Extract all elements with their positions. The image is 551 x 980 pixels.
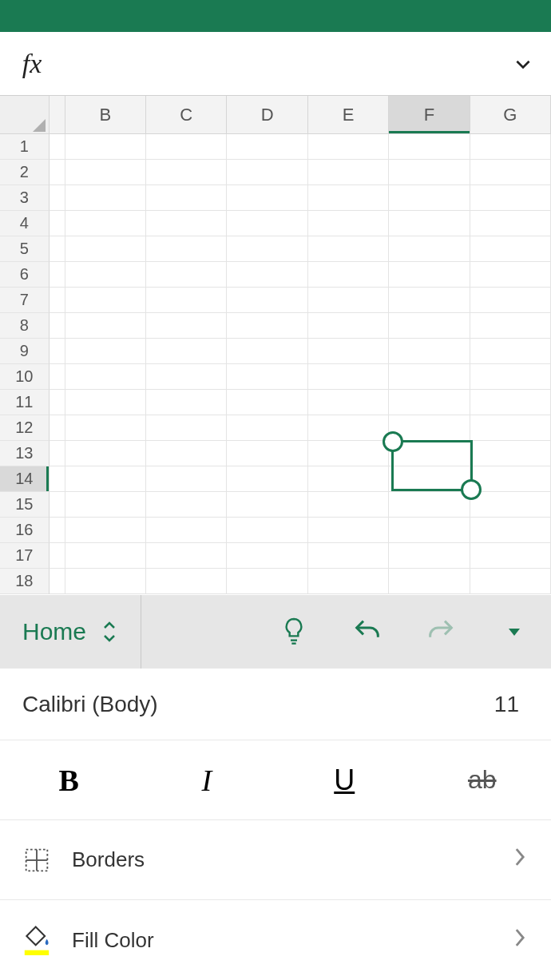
cell[interactable]: [308, 313, 389, 339]
cell[interactable]: [65, 339, 146, 364]
cell[interactable]: [308, 415, 389, 441]
cell[interactable]: [308, 134, 389, 160]
cell[interactable]: [308, 236, 389, 262]
cell[interactable]: [308, 288, 389, 313]
column-header-c[interactable]: C: [146, 96, 227, 134]
cell[interactable]: [65, 211, 146, 236]
cell[interactable]: [470, 364, 551, 390]
column-header-d[interactable]: D: [227, 96, 307, 134]
row-header-10[interactable]: 10: [0, 364, 50, 390]
cell[interactable]: [65, 466, 146, 492]
row-header-9[interactable]: 9: [0, 339, 50, 364]
cell[interactable]: [146, 160, 227, 185]
cell[interactable]: [308, 211, 389, 236]
cell[interactable]: [389, 492, 470, 518]
cell[interactable]: [146, 543, 227, 569]
column-header-e[interactable]: E: [308, 96, 389, 134]
row-header-7[interactable]: 7: [0, 288, 50, 313]
cell[interactable]: [227, 441, 307, 466]
cell[interactable]: [65, 441, 146, 466]
cell[interactable]: [389, 313, 470, 339]
cell[interactable]: [389, 390, 470, 415]
cell[interactable]: [308, 466, 389, 492]
cell[interactable]: [308, 518, 389, 543]
cell[interactable]: [227, 364, 307, 390]
cell[interactable]: [470, 543, 551, 569]
cell[interactable]: [65, 415, 146, 441]
cell[interactable]: [50, 364, 65, 390]
bold-button[interactable]: B: [0, 740, 138, 819]
row-header-15[interactable]: 15: [0, 492, 50, 518]
cell[interactable]: [146, 339, 227, 364]
cell[interactable]: [470, 339, 551, 364]
cell[interactable]: [227, 185, 307, 211]
cell[interactable]: [227, 288, 307, 313]
cell[interactable]: [50, 543, 65, 569]
cell[interactable]: [146, 518, 227, 543]
cell[interactable]: [227, 134, 307, 160]
cell[interactable]: [308, 441, 389, 466]
row-header-14[interactable]: 14: [0, 466, 50, 492]
cell[interactable]: [308, 160, 389, 185]
cell[interactable]: [65, 288, 146, 313]
cell[interactable]: [227, 518, 307, 543]
row-header-12[interactable]: 12: [0, 415, 50, 441]
cell[interactable]: [146, 211, 227, 236]
cell[interactable]: [50, 390, 65, 415]
cell[interactable]: [227, 492, 307, 518]
row-header-1[interactable]: 1: [0, 134, 50, 160]
column-header-f[interactable]: F: [389, 96, 470, 134]
cell[interactable]: [308, 390, 389, 415]
cell[interactable]: [470, 466, 551, 492]
cell[interactable]: [308, 543, 389, 569]
cell[interactable]: [470, 211, 551, 236]
cell[interactable]: [389, 160, 470, 185]
cell[interactable]: [65, 262, 146, 288]
borders-menu[interactable]: Borders: [0, 820, 551, 900]
row-header-3[interactable]: 3: [0, 185, 50, 211]
cell[interactable]: [470, 441, 551, 466]
cell[interactable]: [227, 390, 307, 415]
cell[interactable]: [65, 185, 146, 211]
cell[interactable]: [389, 288, 470, 313]
cell[interactable]: [227, 466, 307, 492]
cell[interactable]: [65, 518, 146, 543]
cell[interactable]: [470, 390, 551, 415]
row-header-18[interactable]: 18: [0, 569, 50, 594]
row-header-8[interactable]: 8: [0, 313, 50, 339]
select-all-corner[interactable]: [0, 96, 50, 134]
cell[interactable]: [389, 211, 470, 236]
cell[interactable]: [65, 364, 146, 390]
cell[interactable]: [227, 543, 307, 569]
fill-color-menu[interactable]: Fill Color: [0, 900, 551, 980]
cell[interactable]: [146, 466, 227, 492]
cell[interactable]: [146, 492, 227, 518]
cell[interactable]: [50, 339, 65, 364]
row-header-16[interactable]: 16: [0, 518, 50, 543]
cell[interactable]: [50, 313, 65, 339]
cell[interactable]: [470, 492, 551, 518]
cell[interactable]: [470, 415, 551, 441]
cell[interactable]: [146, 262, 227, 288]
cell[interactable]: [227, 236, 307, 262]
ribbon-tab-selector[interactable]: Home: [0, 595, 141, 669]
cell[interactable]: [65, 492, 146, 518]
cell[interactable]: [146, 134, 227, 160]
cell[interactable]: [65, 236, 146, 262]
cell[interactable]: [470, 236, 551, 262]
cell[interactable]: [308, 339, 389, 364]
cell[interactable]: [146, 569, 227, 594]
row-header-17[interactable]: 17: [0, 543, 50, 569]
underline-button[interactable]: U: [276, 740, 414, 819]
row-header-4[interactable]: 4: [0, 211, 50, 236]
column-header-a-sliver[interactable]: [50, 96, 65, 134]
fx-icon[interactable]: fx: [0, 49, 64, 79]
cell[interactable]: [146, 441, 227, 466]
selection-handle-bottom-right[interactable]: [461, 479, 482, 500]
column-header-b[interactable]: B: [65, 96, 146, 134]
cell[interactable]: [389, 236, 470, 262]
column-header-g[interactable]: G: [470, 96, 551, 134]
selection-handle-top-left[interactable]: [383, 431, 403, 452]
cell[interactable]: [65, 134, 146, 160]
cell[interactable]: [308, 185, 389, 211]
